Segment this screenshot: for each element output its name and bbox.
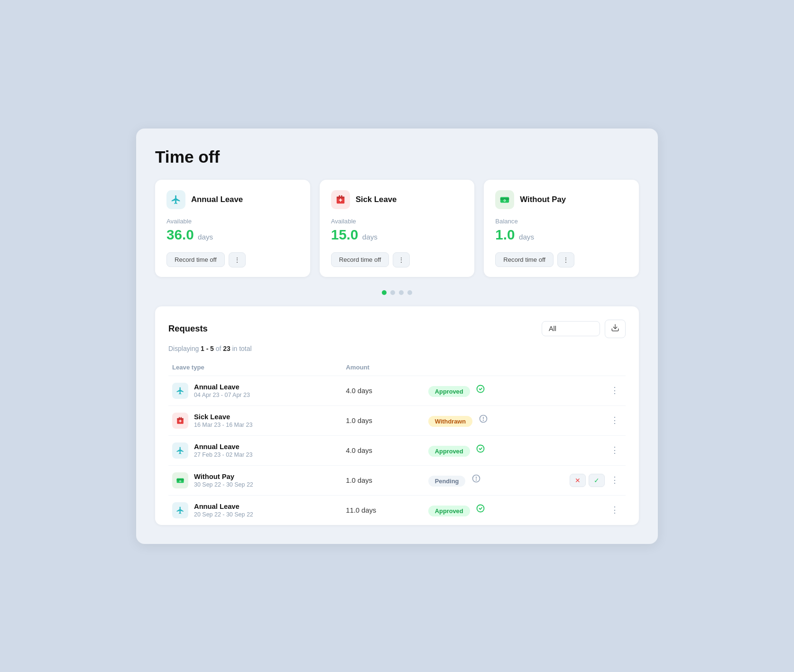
- download-button[interactable]: [605, 320, 626, 338]
- without-pay-title: Without Pay: [520, 195, 566, 204]
- sick-leave-unit: days: [362, 233, 378, 241]
- row-more-button[interactable]: ⋮: [608, 473, 622, 487]
- carousel-dot-4[interactable]: [407, 290, 412, 295]
- status-info-icon: [471, 476, 481, 485]
- svg-point-25: [477, 505, 484, 512]
- carousel-dot-1[interactable]: [382, 290, 387, 295]
- col-header-status: [425, 359, 553, 376]
- col-header-amount: Amount: [342, 359, 425, 376]
- leave-type-cell: Without Pay 30 Sep 22 - 30 Sep 22: [168, 465, 342, 495]
- annual-leave-card: Annual Leave Available 36.0 days Record …: [155, 180, 310, 277]
- leave-date: 20 Sep 22 - 30 Sep 22: [194, 511, 253, 518]
- status-badge: Withdrawn: [428, 416, 472, 427]
- row-more-button[interactable]: ⋮: [608, 414, 622, 427]
- svg-rect-2: [339, 195, 340, 197]
- amount-cell: 4.0 days: [342, 376, 425, 405]
- without-pay-value: 1.0: [495, 227, 515, 242]
- svg-point-24: [476, 480, 476, 480]
- sick-leave-value: 15.0: [331, 227, 359, 242]
- svg-point-21: [180, 480, 181, 481]
- svg-rect-1: [336, 196, 344, 198]
- status-info-icon: [479, 416, 488, 425]
- annual-leave-record-button[interactable]: Record time off: [166, 252, 225, 267]
- reject-button[interactable]: ✕: [570, 474, 586, 487]
- svg-rect-13: [181, 417, 182, 419]
- without-pay-unit: days: [519, 233, 534, 241]
- status-badge: Approved: [428, 446, 470, 457]
- actions-cell: ⋮: [553, 376, 626, 405]
- requests-filter: All Annual Leave Sick Leave Without Pay: [542, 320, 626, 338]
- leave-cards: Annual Leave Available 36.0 days Record …: [155, 180, 639, 277]
- row-more-button[interactable]: ⋮: [608, 503, 622, 517]
- leave-type-cell: Annual Leave 20 Sep 22 - 30 Sep 22: [168, 495, 342, 525]
- row-actions: ⋮: [556, 503, 622, 517]
- leave-type-cell: Sick Leave 16 Mar 23 - 16 Mar 23: [168, 405, 342, 435]
- row-more-button[interactable]: ⋮: [608, 384, 622, 397]
- svg-point-17: [477, 445, 484, 452]
- leave-date: 16 Mar 23 - 16 Mar 23: [194, 422, 252, 428]
- row-actions: ⋮: [556, 414, 622, 427]
- row-actions: ⋮: [556, 443, 622, 457]
- row-more-button[interactable]: ⋮: [608, 443, 622, 457]
- table-row: Without Pay 30 Sep 22 - 30 Sep 22 1.0 da…: [168, 465, 626, 495]
- amount-cell: 4.0 days: [342, 435, 425, 465]
- svg-point-9: [477, 386, 484, 393]
- table-row: Annual Leave 04 Apr 23 - 07 Apr 23 4.0 d…: [168, 376, 626, 405]
- status-cell: Withdrawn: [425, 405, 553, 435]
- annual-leave-actions: Record time off ⋮: [166, 252, 299, 267]
- without-pay-icon: [495, 190, 514, 209]
- annual-leave-unit: days: [198, 233, 213, 241]
- actions-cell: ⋮: [553, 495, 626, 525]
- sick-leave-card: Sick Leave Available 15.0 days Record ti…: [320, 180, 475, 277]
- leave-name: Annual Leave: [194, 383, 250, 391]
- leave-date: 30 Sep 22 - 30 Sep 22: [194, 481, 253, 488]
- amount-cell: 1.0 days: [342, 405, 425, 435]
- sick-leave-record-button[interactable]: Record time off: [331, 252, 389, 267]
- sick-leave-title: Sick Leave: [356, 195, 397, 204]
- carousel-dot-2[interactable]: [390, 290, 395, 295]
- without-pay-record-button[interactable]: Record time off: [495, 252, 554, 267]
- actions-cell: ⋮: [553, 405, 626, 435]
- annual-leave-card-header: Annual Leave: [166, 190, 299, 209]
- requests-header: Requests All Annual Leave Sick Leave Wit…: [168, 320, 626, 338]
- annual-leave-label: Available: [166, 218, 299, 225]
- sick-leave-more-button[interactable]: ⋮: [393, 252, 410, 267]
- status-approved-icon: [476, 506, 485, 515]
- without-pay-card: Without Pay Balance 1.0 days Record time…: [484, 180, 639, 277]
- status-cell: Pending: [425, 465, 553, 495]
- sick-leave-icon: [331, 190, 350, 209]
- carousel-dot-3[interactable]: [399, 290, 404, 295]
- table-row: Sick Leave 16 Mar 23 - 16 Mar 23 1.0 day…: [168, 405, 626, 435]
- sick-leave-actions: Record time off ⋮: [331, 252, 463, 267]
- without-pay-more-button[interactable]: ⋮: [557, 252, 574, 267]
- requests-table: Leave type Amount Annual Leave 04 Apr 23: [168, 359, 626, 525]
- leave-type-cell: Annual Leave 27 Feb 23 - 02 Mar 23: [168, 435, 342, 465]
- status-approved-icon: [476, 386, 485, 396]
- row-annual-icon: [172, 383, 188, 399]
- displaying-text: Displaying 1 - 5 of 23 in total: [168, 345, 626, 352]
- requests-title: Requests: [168, 323, 208, 334]
- row-sick-icon: [172, 413, 188, 429]
- without-pay-label: Balance: [495, 218, 628, 225]
- main-container: Time off Annual Leave Available 36.0 day…: [136, 129, 658, 544]
- row-actions: ⋮: [556, 384, 622, 397]
- amount-cell: 11.0 days: [342, 495, 425, 525]
- leave-date: 04 Apr 23 - 07 Apr 23: [194, 392, 250, 398]
- status-badge: Approved: [428, 506, 470, 516]
- annual-leave-title: Annual Leave: [191, 195, 243, 204]
- requests-panel: Requests All Annual Leave Sick Leave Wit…: [155, 306, 639, 525]
- table-row: Annual Leave 27 Feb 23 - 02 Mar 23 4.0 d…: [168, 435, 626, 465]
- amount-cell: 1.0 days: [342, 465, 425, 495]
- annual-leave-icon: [166, 190, 185, 209]
- status-badge: Pending: [428, 476, 465, 487]
- page-title: Time off: [155, 147, 639, 166]
- filter-select[interactable]: All Annual Leave Sick Leave Without Pay: [542, 321, 600, 336]
- status-cell: Approved: [425, 495, 553, 525]
- leave-name: Annual Leave: [194, 503, 253, 510]
- svg-rect-11: [177, 418, 184, 419]
- annual-leave-more-button[interactable]: ⋮: [229, 252, 246, 267]
- col-header-leavetype: Leave type: [168, 359, 342, 376]
- row-wop-icon: [172, 472, 188, 488]
- status-cell: Approved: [425, 376, 553, 405]
- approve-button[interactable]: ✓: [589, 474, 605, 487]
